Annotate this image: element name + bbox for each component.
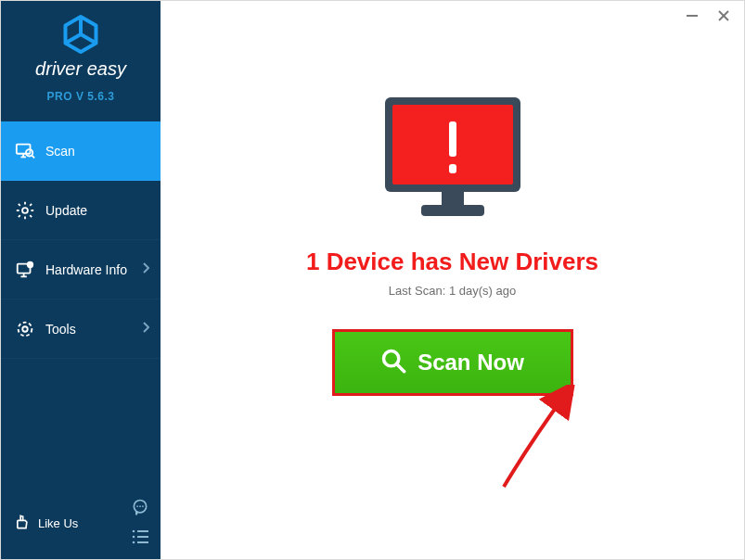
sidebar-footer: Like Us: [1, 489, 161, 559]
sidebar-nav: Scan Update: [1, 121, 161, 359]
svg-point-26: [133, 541, 135, 544]
sidebar-item-label: Tools: [45, 322, 142, 337]
sidebar-item-hardware-info[interactable]: i Hardware Info: [1, 240, 161, 299]
last-scan-text: Last Scan: 1 day(s) ago: [389, 284, 516, 298]
search-icon: [380, 348, 406, 377]
svg-point-24: [133, 536, 135, 539]
app-logo-icon: driver easy: [25, 14, 136, 86]
sidebar: driver easy PRO V 5.6.3 Scan: [1, 1, 161, 559]
like-us-button[interactable]: Like Us: [12, 513, 78, 534]
menu-icon[interactable]: [131, 529, 149, 548]
chevron-right-icon: [142, 322, 149, 336]
footer-icon-group: [131, 498, 149, 548]
thumbs-up-icon: [12, 513, 31, 534]
main-panel: 1 Device has New Drivers Last Scan: 1 da…: [161, 1, 744, 559]
svg-point-16: [19, 322, 32, 336]
content-center: 1 Device has New Drivers Last Scan: 1 da…: [161, 94, 744, 396]
svg-point-19: [136, 505, 138, 507]
logo-area: driver easy PRO V 5.6.3: [1, 1, 161, 112]
svg-rect-34: [449, 164, 456, 173]
app-version: PRO V 5.6.3: [1, 90, 161, 103]
sidebar-item-label: Update: [45, 203, 149, 218]
svg-text:driver easy: driver easy: [35, 58, 127, 79]
tools-icon: [12, 319, 38, 339]
sidebar-item-label: Hardware Info: [45, 262, 142, 277]
hardware-icon: i: [12, 260, 38, 280]
sidebar-item-update[interactable]: Update: [1, 181, 161, 240]
feedback-icon[interactable]: [131, 498, 149, 520]
svg-line-3: [81, 34, 96, 44]
window-controls: [672, 1, 744, 31]
scan-monitor-icon: [12, 141, 38, 161]
scan-now-label: Scan Now: [417, 350, 524, 375]
annotation-arrow-icon: [495, 385, 597, 496]
svg-point-22: [133, 530, 135, 533]
svg-rect-33: [449, 121, 456, 157]
svg-point-10: [22, 208, 28, 213]
close-button[interactable]: [714, 6, 733, 25]
like-us-label: Like Us: [38, 516, 78, 530]
scan-now-button[interactable]: Scan Now: [332, 329, 573, 396]
alert-monitor-icon: [379, 94, 526, 227]
sidebar-item-scan[interactable]: Scan: [1, 121, 161, 181]
sidebar-item-label: Scan: [45, 144, 149, 159]
svg-rect-36: [421, 205, 484, 216]
svg-point-17: [22, 326, 28, 332]
svg-point-21: [142, 505, 144, 507]
svg-point-20: [139, 505, 141, 507]
gear-icon: [12, 200, 38, 221]
minimize-button[interactable]: [683, 6, 701, 25]
svg-line-38: [398, 365, 405, 372]
status-headline: 1 Device has New Drivers: [306, 248, 598, 276]
svg-point-37: [384, 351, 399, 366]
sidebar-item-tools[interactable]: Tools: [1, 299, 161, 359]
svg-line-2: [66, 34, 82, 44]
svg-line-9: [32, 155, 34, 158]
svg-rect-35: [442, 192, 464, 205]
app-window: driver easy PRO V 5.6.3 Scan: [0, 0, 745, 560]
chevron-right-icon: [142, 262, 149, 276]
